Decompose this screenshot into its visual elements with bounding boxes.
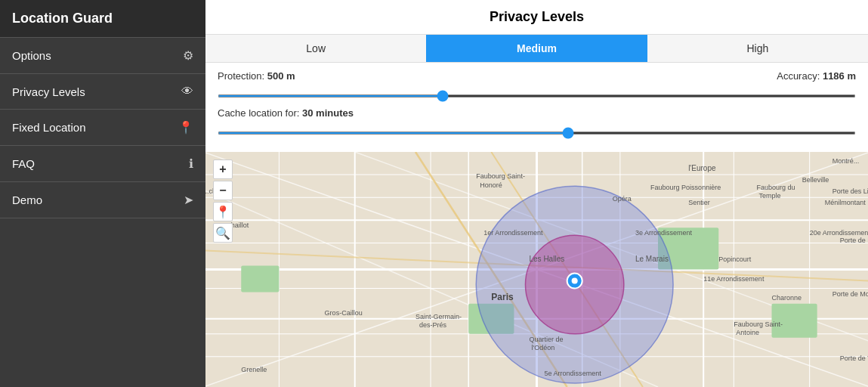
svg-text:Ménilmontant: Ménilmontant — [825, 199, 866, 206]
svg-text:Les Halles: Les Halles — [529, 255, 564, 263]
svg-text:Antoine: Antoine — [736, 329, 759, 336]
svg-text:des-Prés: des-Prés — [419, 321, 447, 329]
protection-slider-container — [218, 88, 856, 100]
svg-text:Popincourt: Popincourt — [718, 255, 752, 263]
pin-icon: 📍 — [178, 120, 193, 135]
controls-panel: Protection: 500 m Accuracy: 1186 m Cache… — [205, 63, 868, 152]
svg-text:Faubourg du: Faubourg du — [756, 184, 795, 191]
svg-text:Saint-Germain-: Saint-Germain- — [415, 313, 462, 320]
tab-medium[interactable]: Medium — [426, 35, 647, 62]
svg-text:Charonne: Charonne — [772, 294, 802, 302]
svg-text:Grenelle: Grenelle — [241, 366, 267, 373]
svg-text:Porte de Vincennes: Porte de Vincennes — [840, 354, 868, 362]
svg-text:Le Marais: Le Marais — [635, 255, 669, 263]
sidebar-item-fixed-location[interactable]: Fixed Location 📍 — [0, 110, 205, 146]
main-panel: Privacy Levels Low Medium High Protectio… — [205, 0, 868, 387]
sidebar-label-faq: FAQ — [12, 157, 189, 170]
svg-text:Porte des Lilas: Porte des Lilas — [832, 187, 868, 195]
search-button[interactable]: 🔍 — [213, 223, 233, 243]
svg-text:Porte de Bagnolet: Porte de Bagnolet — [840, 237, 868, 244]
svg-text:l'Odéon: l'Odéon — [531, 344, 554, 351]
gear-icon: ⚙ — [183, 48, 193, 63]
zoom-out-button[interactable]: − — [213, 181, 233, 200]
svg-text:Faubourg Saint-: Faubourg Saint- — [734, 320, 783, 328]
sidebar-label-privacy-levels: Privacy Levels — [12, 85, 181, 98]
cache-row: Cache location for: 30 minutes — [218, 107, 856, 119]
svg-text:Faubourg Saint-: Faubourg Saint- — [476, 172, 525, 180]
svg-text:5e Arrondissement: 5e Arrondissement — [545, 370, 602, 377]
svg-text:Faubourg Poissonnière: Faubourg Poissonnière — [650, 184, 721, 191]
app-title: Location Guard — [0, 0, 205, 38]
svg-text:Quartier de: Quartier de — [529, 336, 563, 343]
svg-text:Porte de Montreuil: Porte de Montreuil — [832, 290, 868, 298]
svg-text:Temple: Temple — [758, 192, 780, 200]
info-icon: ℹ — [189, 156, 193, 171]
sidebar-item-faq[interactable]: FAQ ℹ — [0, 146, 205, 182]
svg-text:Belleville: Belleville — [802, 176, 829, 184]
arrow-icon: ➤ — [184, 193, 193, 207]
sidebar-item-privacy-levels[interactable]: Privacy Levels 👁 — [0, 74, 205, 110]
svg-text:1er Arrondissement: 1er Arrondissement — [483, 229, 543, 237]
cache-slider[interactable] — [218, 132, 856, 135]
map: l'Europe Faubourg Poissonnière Faubourg … — [205, 152, 868, 387]
svg-point-34 — [572, 278, 578, 284]
svg-text:l'Europe: l'Europe — [688, 164, 716, 172]
sidebar-item-demo[interactable]: Demo ➤ — [0, 182, 205, 218]
accuracy-value: 1186 m — [823, 70, 856, 82]
map-svg: l'Europe Faubourg Poissonnière Faubourg … — [205, 152, 868, 387]
svg-text:Opéra: Opéra — [613, 195, 632, 203]
svg-text:11e Arrondissement: 11e Arrondissement — [703, 275, 765, 283]
tab-high[interactable]: High — [647, 35, 868, 62]
svg-text:3e Arrondissement: 3e Arrondissement — [635, 229, 693, 237]
location-button[interactable]: 📍 — [213, 202, 233, 221]
sidebar-label-demo: Demo — [12, 194, 184, 206]
protection-value: 500 m — [267, 70, 295, 82]
map-controls: + − 📍 🔍 — [213, 159, 233, 243]
eye-icon: 👁 — [181, 85, 193, 98]
accuracy-display: Accuracy: 1186 m — [777, 70, 856, 82]
sidebar-item-options[interactable]: Options ⚙ — [0, 38, 205, 74]
sidebar-label-fixed-location: Fixed Location — [12, 121, 178, 134]
cache-label: Cache location for: 30 minutes — [218, 107, 354, 119]
svg-text:20e Arrondissement: 20e Arrondissement — [810, 229, 868, 237]
tab-low[interactable]: Low — [205, 35, 426, 62]
svg-text:Gros-Caillou: Gros-Caillou — [325, 309, 363, 317]
protection-slider[interactable] — [218, 94, 856, 98]
svg-text:Paris: Paris — [491, 292, 514, 302]
svg-rect-26 — [241, 265, 279, 292]
svg-text:Honoré: Honoré — [480, 181, 502, 189]
tab-bar: Low Medium High — [205, 35, 868, 63]
svg-text:Montré...: Montré... — [832, 157, 860, 165]
zoom-in-button[interactable]: + — [213, 159, 233, 179]
sidebar-label-options: Options — [12, 49, 183, 62]
protection-row: Protection: 500 m Accuracy: 1186 m — [218, 70, 856, 82]
cache-value: 30 minutes — [302, 107, 354, 119]
protection-label: Protection: 500 m — [218, 70, 338, 82]
cache-slider-container — [218, 125, 856, 137]
sidebar: Location Guard Options ⚙ Privacy Levels … — [0, 0, 205, 387]
svg-text:Sentier: Sentier — [688, 199, 710, 206]
page-title: Privacy Levels — [205, 0, 868, 35]
